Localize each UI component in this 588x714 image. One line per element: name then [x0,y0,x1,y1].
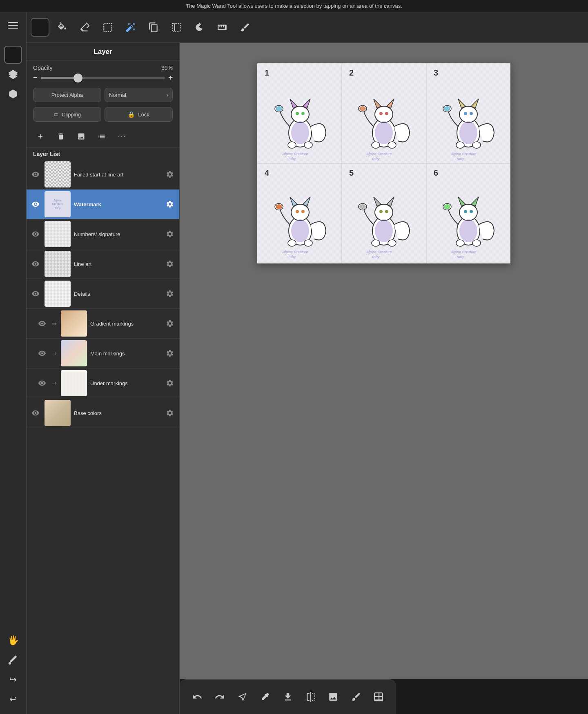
svg-rect-1 [8,25,18,26]
layer-list-button[interactable] [94,129,109,144]
svg-point-31 [304,142,312,148]
paint-button[interactable] [346,687,366,707]
canvas-area: 1 2 3 4 5 6 [180,43,588,679]
svg-text:-Toby: -Toby [370,157,380,161]
menu-icon[interactable] [4,16,22,34]
svg-point-99 [459,219,477,242]
svg-point-72 [276,204,282,209]
svg-rect-0 [8,22,18,23]
canvas-artwork[interactable]: 1 2 3 4 5 6 [257,63,510,263]
lock-button[interactable]: 🔒 Lock [105,107,173,122]
svg-point-80 [379,210,383,213]
layer-settings-button[interactable] [164,317,176,330]
current-color[interactable] [4,46,22,64]
save-bottom-button[interactable] [278,687,298,707]
color-swatch[interactable] [31,18,49,37]
svg-point-56 [456,142,464,148]
grid-bottom-button[interactable] [368,687,389,707]
layer-visibility-toggle[interactable] [30,258,41,270]
opacity-label: Opacity [33,65,161,71]
hint-text: The Magic Wand Tool allows users to make… [186,3,402,9]
svg-point-82 [372,240,380,246]
layer-visibility-toggle[interactable] [30,228,41,240]
svg-point-64 [291,204,309,221]
layer-settings-button[interactable] [164,288,176,300]
layer-visibility-toggle[interactable] [36,348,48,359]
svg-text:4: 4 [265,168,270,177]
svg-point-67 [296,210,299,213]
opacity-slider[interactable] [41,77,165,79]
flip-button[interactable] [301,687,321,707]
layer-item[interactable]: AlpineCreatureToby Watermark [27,190,179,219]
more-options-button[interactable]: ··· [115,129,129,144]
layer-visibility-toggle[interactable] [36,318,48,329]
layer-visibility-toggle[interactable] [30,288,41,299]
copy-btn[interactable] [143,17,164,38]
layer-item[interactable]: Numbers/ signature [27,219,179,249]
layer-item[interactable]: Base colors [27,398,179,428]
cut-btn[interactable] [166,17,187,38]
svg-text:Alpine Creature: Alpine Creature [282,152,308,156]
svg-text:-Toby: -Toby [287,255,296,259]
layer-item[interactable]: ⇒ Main markings [27,339,179,368]
svg-text:-Toby: -Toby [455,255,464,259]
layer-thumbnail [45,221,71,247]
layer-item[interactable]: Details [27,279,179,309]
layer-settings-button[interactable] [164,407,176,419]
svg-point-90 [459,204,477,221]
top-toolbar [27,12,588,43]
layer-name: Gradient markings [90,321,160,327]
svg-text:-Toby: -Toby [455,157,464,161]
layer-name: Numbers/ signature [74,231,160,237]
smudge-btn[interactable] [235,17,255,38]
redo-left[interactable]: ↩ [4,671,22,689]
redo-button[interactable] [209,687,230,707]
undo-button[interactable] [187,687,207,707]
svg-point-60 [459,121,477,144]
layer-visibility-toggle[interactable] [36,377,48,389]
layer-settings-button[interactable] [164,168,176,181]
svg-text:Alpine Creature: Alpine Creature [450,152,477,156]
opacity-slider-thumb[interactable] [74,74,82,83]
svg-rect-7 [104,23,112,31]
layer-item[interactable]: Line art [27,249,179,279]
undo-left[interactable]: ↩ [4,690,22,708]
merge-layer-button[interactable] [74,129,89,144]
ruler-btn[interactable] [212,17,232,38]
transform-bottom-button[interactable] [232,687,253,707]
eyedropper-left[interactable] [4,651,22,669]
3d-icon[interactable] [4,85,22,103]
layer-settings-button[interactable] [164,228,176,240]
blend-mode-button[interactable]: Normal › [105,88,173,102]
fill-tool-btn[interactable] [52,17,72,38]
layer-visibility-toggle[interactable] [30,169,41,180]
layer-visibility-toggle[interactable] [30,407,41,419]
layer-thumbnail [45,400,71,426]
reference-button[interactable] [323,687,343,707]
opacity-decrease[interactable]: − [33,74,38,82]
layers-icon[interactable] [4,65,22,83]
svg-text:Alpine Creature: Alpine Creature [366,250,392,254]
layer-visibility-toggle[interactable] [30,199,41,210]
layer-list-label: Layer List [27,147,179,160]
magic-wand-btn[interactable] [120,17,141,38]
layer-settings-button[interactable] [164,198,176,210]
hand-tool[interactable]: 🖐 [4,631,22,649]
layer-item[interactable]: ⇒ Under markings [27,368,179,398]
rotate-btn[interactable] [189,17,209,38]
delete-layer-button[interactable] [53,129,68,144]
eyedropper-bottom-button[interactable] [255,687,275,707]
eraser-tool-btn[interactable] [75,17,95,38]
clipping-button[interactable]: ⊂ Clipping [33,107,101,122]
add-layer-button[interactable]: + [33,129,48,144]
opacity-increase[interactable]: + [168,74,173,82]
rect-selection-btn[interactable] [98,17,118,38]
layer-settings-button[interactable] [164,377,176,389]
layer-item[interactable]: ⇒ Gradient markings [27,309,179,339]
layer-thumbnail [45,161,71,187]
svg-point-68 [301,210,305,213]
layer-settings-button[interactable] [164,347,176,359]
protect-alpha-button[interactable]: Protect Alpha [33,88,101,102]
layer-settings-button[interactable] [164,258,176,270]
layer-item[interactable]: Failed start at line art [27,160,179,190]
